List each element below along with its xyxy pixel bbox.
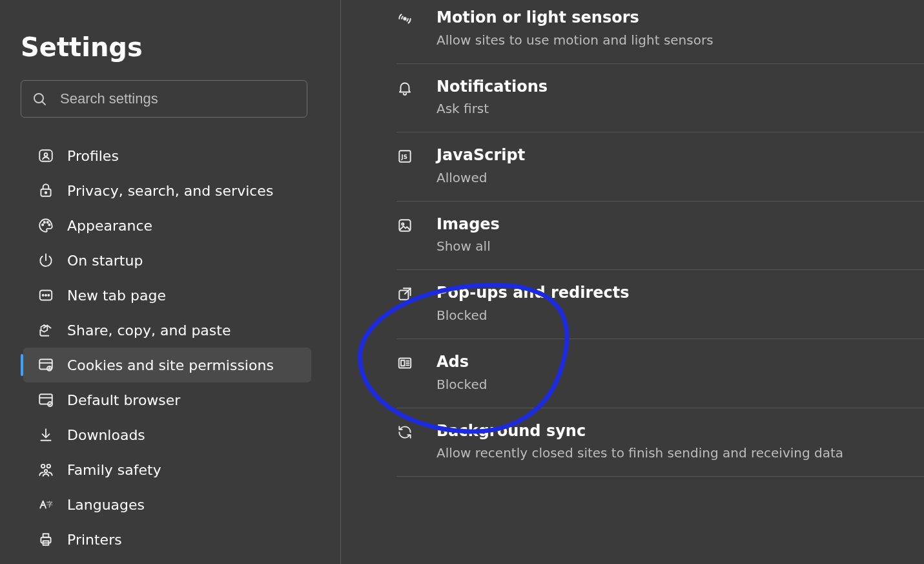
search-icon bbox=[32, 91, 47, 107]
svg-point-21 bbox=[41, 465, 45, 468]
perm-title: Ads bbox=[436, 353, 487, 371]
permissions-list: Motion or light sensors Allow sites to u… bbox=[396, 0, 924, 477]
svg-point-28 bbox=[404, 17, 406, 19]
nav-item-newtab[interactable]: New tab page bbox=[23, 278, 311, 313]
nav-item-startup[interactable]: On startup bbox=[23, 243, 311, 278]
perm-desc: Show all bbox=[436, 238, 500, 254]
svg-line-1 bbox=[43, 102, 46, 105]
svg-point-23 bbox=[45, 470, 47, 472]
nav-label: Cookies and site permissions bbox=[67, 357, 274, 373]
perm-text: Motion or light sensors Allow sites to u… bbox=[436, 9, 714, 48]
svg-point-11 bbox=[43, 295, 44, 296]
nav-item-family[interactable]: Family safety bbox=[23, 452, 311, 487]
profile-icon bbox=[37, 147, 54, 164]
nav-label: Languages bbox=[67, 497, 145, 513]
nav-label: Share, copy, and paste bbox=[67, 322, 231, 339]
perm-desc: Blocked bbox=[436, 308, 630, 323]
popup-icon bbox=[396, 286, 413, 302]
svg-text:JS: JS bbox=[401, 154, 407, 161]
language-icon: 字 bbox=[37, 496, 54, 513]
nav-item-cookies[interactable]: Cookies and site permissions bbox=[23, 348, 311, 382]
perm-item-javascript[interactable]: JS JavaScript Allowed bbox=[396, 132, 924, 202]
nav-label: Default browser bbox=[67, 392, 180, 408]
nav-item-share[interactable]: Share, copy, and paste bbox=[23, 313, 311, 348]
perm-title: Notifications bbox=[436, 78, 548, 96]
perm-item-notifications[interactable]: Notifications Ask first bbox=[396, 64, 924, 133]
nav-item-downloads[interactable]: Downloads bbox=[23, 417, 311, 452]
perm-item-images[interactable]: Images Show all bbox=[396, 202, 924, 271]
perm-item-ads[interactable]: Ads Blocked bbox=[396, 339, 924, 408]
svg-rect-35 bbox=[401, 360, 404, 366]
perm-item-background-sync[interactable]: Background sync Allow recently closed si… bbox=[396, 408, 924, 477]
svg-point-32 bbox=[402, 223, 404, 225]
new-tab-icon bbox=[37, 287, 54, 304]
printer-icon bbox=[37, 531, 54, 548]
sync-icon bbox=[396, 424, 413, 441]
cookies-icon bbox=[37, 357, 54, 373]
perm-title: Background sync bbox=[436, 423, 843, 441]
svg-point-22 bbox=[47, 465, 50, 468]
nav-item-profiles[interactable]: Profiles bbox=[23, 138, 311, 173]
lock-icon bbox=[37, 182, 54, 199]
svg-text:字: 字 bbox=[46, 501, 53, 508]
nav-label: Printers bbox=[67, 532, 122, 548]
ads-icon bbox=[396, 355, 413, 371]
svg-rect-14 bbox=[39, 359, 52, 369]
svg-rect-26 bbox=[43, 534, 49, 537]
svg-rect-25 bbox=[41, 538, 50, 543]
svg-point-8 bbox=[47, 222, 48, 223]
settings-title: Settings bbox=[21, 32, 325, 62]
svg-point-6 bbox=[42, 224, 43, 225]
perm-desc: Blocked bbox=[436, 377, 487, 392]
perm-title: JavaScript bbox=[436, 147, 525, 165]
nav-item-default-browser[interactable]: Default browser bbox=[23, 382, 311, 417]
nav-item-privacy[interactable]: Privacy, search, and services bbox=[23, 173, 311, 208]
palette-icon bbox=[37, 217, 54, 234]
bell-icon bbox=[396, 79, 413, 96]
power-icon bbox=[37, 252, 54, 269]
perm-title: Motion or light sensors bbox=[436, 9, 714, 27]
svg-point-12 bbox=[45, 295, 46, 296]
settings-nav: Profiles Privacy, search, and services A… bbox=[21, 138, 325, 557]
download-icon bbox=[37, 426, 54, 443]
svg-point-7 bbox=[44, 222, 45, 223]
nav-item-printers[interactable]: Printers bbox=[23, 522, 311, 557]
share-icon bbox=[37, 322, 54, 339]
perm-item-popups[interactable]: Pop-ups and redirects Blocked bbox=[396, 270, 924, 339]
perm-text: Pop-ups and redirects Blocked bbox=[436, 284, 630, 323]
svg-point-5 bbox=[45, 192, 47, 194]
svg-point-9 bbox=[48, 224, 50, 225]
perm-text: Notifications Ask first bbox=[436, 78, 548, 117]
perm-text: Images Show all bbox=[436, 216, 500, 255]
javascript-icon: JS bbox=[396, 148, 413, 165]
perm-desc: Allow sites to use motion and light sens… bbox=[436, 32, 714, 48]
perm-text: JavaScript Allowed bbox=[436, 147, 525, 185]
nav-label: Appearance bbox=[67, 218, 152, 234]
nav-label: New tab page bbox=[67, 287, 166, 304]
perm-desc: Ask first bbox=[436, 101, 548, 116]
search-settings-input[interactable] bbox=[60, 90, 296, 107]
search-settings-box[interactable] bbox=[21, 80, 307, 118]
perm-title: Images bbox=[436, 216, 500, 234]
nav-label: Profiles bbox=[67, 148, 119, 164]
perm-desc: Allow recently closed sites to finish se… bbox=[436, 445, 843, 461]
perm-text: Ads Blocked bbox=[436, 353, 487, 392]
nav-item-appearance[interactable]: Appearance bbox=[23, 208, 311, 243]
settings-sidebar: Settings Profiles bbox=[0, 0, 341, 564]
permissions-panel: Motion or light sensors Allow sites to u… bbox=[341, 0, 924, 564]
svg-point-3 bbox=[45, 153, 48, 156]
nav-label: On startup bbox=[67, 253, 143, 269]
nav-item-languages[interactable]: 字 Languages bbox=[23, 487, 311, 522]
browser-icon bbox=[37, 392, 54, 408]
nav-label: Downloads bbox=[67, 427, 145, 443]
family-icon bbox=[37, 461, 54, 478]
svg-point-13 bbox=[48, 295, 49, 296]
image-icon bbox=[396, 217, 413, 234]
nav-label: Privacy, search, and services bbox=[67, 183, 273, 199]
perm-title: Pop-ups and redirects bbox=[436, 284, 630, 302]
perm-desc: Allowed bbox=[436, 170, 525, 185]
nav-label: Family safety bbox=[67, 462, 161, 478]
motion-sensor-icon bbox=[396, 10, 413, 27]
perm-item-motion-sensors[interactable]: Motion or light sensors Allow sites to u… bbox=[396, 0, 924, 64]
perm-text: Background sync Allow recently closed si… bbox=[436, 423, 843, 461]
